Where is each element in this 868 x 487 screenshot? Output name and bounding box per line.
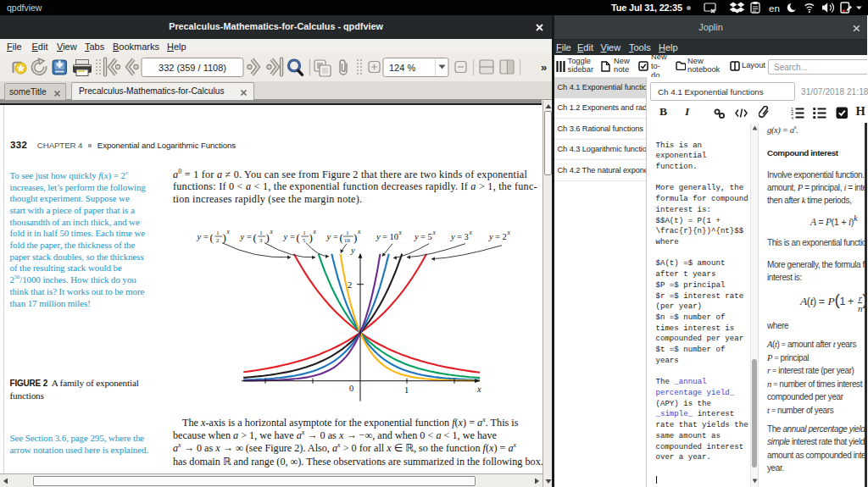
svg-text:(: (: [340, 231, 343, 244]
svg-text:1: 1: [216, 230, 219, 235]
svg-text:(: (: [209, 231, 213, 244]
svg-text:10: 10: [344, 237, 350, 243]
svg-text:x: x: [357, 228, 361, 235]
svg-text:): ): [309, 231, 313, 244]
svg-text:(: (: [253, 231, 257, 244]
svg-text:»: »: [541, 61, 547, 74]
svg-text:5: 5: [303, 237, 306, 243]
svg-text:y: y: [414, 232, 419, 241]
svg-text:x: x: [469, 229, 473, 236]
svg-text:332 (359 / 1108): 332 (359 / 1108): [159, 63, 226, 73]
svg-text:= 2: = 2: [495, 232, 507, 241]
svg-text:1: 1: [404, 385, 409, 395]
svg-text:y: y: [450, 232, 455, 241]
svg-text:x: x: [313, 228, 317, 235]
svg-text:=: =: [247, 232, 252, 241]
svg-text:y: y: [376, 232, 381, 241]
svg-text:x: x: [507, 229, 511, 236]
svg-text:=: =: [203, 232, 209, 241]
svg-text:= 10: = 10: [382, 232, 398, 241]
svg-text:y: y: [240, 232, 245, 241]
svg-text:x: x: [270, 228, 274, 235]
svg-text:=: =: [290, 232, 295, 241]
svg-text:x: x: [398, 229, 403, 236]
svg-text:124 %: 124 %: [389, 63, 415, 73]
svg-text:= 3: = 3: [457, 232, 469, 241]
svg-text:2: 2: [216, 237, 220, 243]
svg-text:3: 3: [791, 115, 793, 119]
svg-text:1: 1: [259, 230, 262, 235]
svg-text:1: 1: [303, 230, 305, 235]
svg-text:1: 1: [346, 230, 348, 235]
svg-text:2: 2: [348, 280, 352, 290]
svg-text:x: x: [476, 385, 481, 394]
svg-text:x: x: [226, 228, 231, 235]
svg-text:): ): [223, 231, 226, 244]
svg-text:y: y: [350, 246, 355, 255]
svg-text:y: y: [488, 232, 493, 241]
svg-text:0: 0: [349, 384, 353, 393]
svg-text:3: 3: [259, 237, 263, 243]
svg-text:): ): [353, 231, 357, 244]
svg-text:= 5: = 5: [420, 232, 432, 241]
svg-text:y: y: [196, 232, 201, 241]
svg-text:): ): [266, 231, 270, 244]
svg-text:en: en: [769, 3, 780, 14]
svg-text:=: =: [333, 232, 338, 241]
svg-text:x: x: [432, 229, 437, 236]
svg-text:(: (: [297, 231, 300, 244]
svg-text:y: y: [283, 232, 288, 241]
svg-text:y: y: [326, 232, 331, 241]
